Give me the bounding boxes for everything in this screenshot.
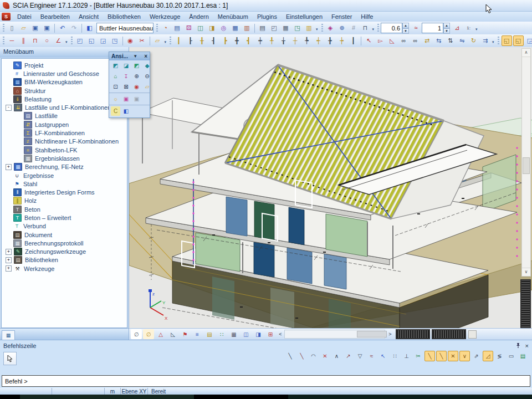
view-top-icon[interactable]: ◩ <box>132 61 141 70</box>
scia-logo-icon[interactable]: S <box>2 13 11 21</box>
label-axis-icon[interactable]: ╄ <box>301 35 312 46</box>
close-icon[interactable]: × <box>525 342 529 349</box>
toolbar-overflow-button[interactable]: ▾ <box>372 27 375 32</box>
window-layout-icon[interactable]: ◧ <box>84 23 95 33</box>
open-layer-icon[interactable]: ▱ <box>152 35 163 46</box>
command-input[interactable]: Befehl > <box>2 375 530 387</box>
rotate-icon[interactable]: ↻ <box>468 35 479 46</box>
cutout-icon[interactable]: ✂ <box>137 35 147 46</box>
snap-orthogonal-toggle-icon[interactable]: ∨ <box>459 351 470 361</box>
label-type-icon[interactable]: ╋ <box>232 35 242 46</box>
tree-item[interactable]: +▤Bibliotheken <box>2 256 127 264</box>
chevron-down-icon[interactable]: ▼ <box>153 23 154 33</box>
paste-special-icon[interactable]: ◰ <box>75 35 85 46</box>
toolbar-grip[interactable] <box>321 24 323 32</box>
snap-center-icon[interactable]: ◠ <box>308 351 319 361</box>
table-composer-icon[interactable]: ▦ <box>230 23 241 33</box>
toolbar-overflow-button[interactable]: ▾ <box>65 40 68 44</box>
expand-box-icon[interactable]: + <box>6 265 12 272</box>
paperspace-icon[interactable]: ▥ <box>242 23 252 33</box>
mirror-icon[interactable]: ⇋ <box>457 35 467 46</box>
print-preview-icon[interactable]: ◰ <box>269 23 279 33</box>
lock-window-icon[interactable]: ◱ <box>513 35 524 46</box>
float-toolbar-titlebar[interactable]: Ansi... ▼ × <box>109 52 150 60</box>
view-front-icon[interactable]: ◩ <box>111 61 120 70</box>
tree-item[interactable]: +⚒Werkzeuge <box>2 264 127 273</box>
open-project-icon[interactable]: ▱ <box>18 23 29 33</box>
snap-off-icon[interactable]: ✕ <box>320 351 330 361</box>
snap-perpendicular-icon[interactable]: ▽ <box>355 351 365 361</box>
vertical-rotation-bar[interactable] <box>520 279 531 330</box>
toolbar-grip[interactable] <box>170 37 171 45</box>
chevron-down-icon[interactable]: ▼ <box>131 54 139 59</box>
paste-icon[interactable]: ⇅ <box>445 35 456 46</box>
show-numbers-icon[interactable]: ▦ <box>228 329 239 339</box>
label-node-icon[interactable]: ┠ <box>185 35 196 46</box>
docked-panel-tab[interactable]: ▦ <box>2 330 15 340</box>
draw-angle-icon[interactable]: ∠ <box>53 35 64 46</box>
layers-icon[interactable]: ▤ <box>172 23 182 33</box>
tree-item[interactable]: ▤Dokument <box>2 231 127 239</box>
dot-grid-icon[interactable]: ∷ <box>390 351 400 361</box>
tree-item[interactable]: TVerbund <box>2 222 127 231</box>
redo-icon[interactable]: ↷ <box>69 23 79 33</box>
tree-item[interactable]: ≠Nichtlineare LF-Kombinationen <box>2 137 127 146</box>
search-filter-icon[interactable]: ∞ <box>410 35 421 46</box>
tree-item[interactable]: +▦Berechnung, FE-Netz <box>2 163 127 171</box>
cursor-mode-button[interactable] <box>3 352 17 365</box>
horizontal-rotation-bar-2[interactable] <box>432 329 466 339</box>
load-scale-stepper[interactable]: ▲▼ <box>402 23 409 33</box>
view-house-icon[interactable]: ⌂ <box>111 71 120 81</box>
view-side-icon[interactable]: ◪ <box>121 61 131 70</box>
tree-item[interactable]: +✎Zeichnungswerkzeuge <box>2 248 127 256</box>
toolbar-overflow-button[interactable]: ▾ <box>475 27 478 32</box>
view-settings-icon[interactable]: ◧ <box>121 106 131 116</box>
toolbar-overflow-button[interactable]: ▾ <box>492 40 494 44</box>
menu-item[interactable]: Plugins <box>253 12 282 21</box>
clipping-box-icon[interactable]: C <box>111 106 120 116</box>
label-all-icon[interactable]: ┃ <box>348 35 359 46</box>
view-axonometric-icon[interactable]: ◆ <box>142 61 152 70</box>
toolbar-overflow-button[interactable]: ▾ <box>316 27 318 32</box>
menu-item[interactable]: Hilfe <box>356 12 377 21</box>
label-profile-icon[interactable]: ┿ <box>255 35 265 46</box>
render-wireframe-icon[interactable]: ∅ <box>131 329 142 339</box>
show-axes-icon[interactable]: △ <box>155 329 166 339</box>
show-surfaces-icon[interactable]: ◺ <box>167 329 178 339</box>
draw-circle-icon[interactable]: ○ <box>42 35 52 46</box>
expand-box-icon[interactable]: + <box>6 249 12 255</box>
show-loads-icon[interactable]: ▤ <box>204 329 215 339</box>
save-icon[interactable]: ▣ <box>42 23 52 33</box>
tree-item[interactable]: ⇵Lastgruppen <box>2 120 127 129</box>
line-grid-icon[interactable]: ⊥ <box>401 351 412 361</box>
scroll-left-icon[interactable]: < <box>277 330 284 339</box>
calculator-icon[interactable]: ▦ <box>280 23 291 33</box>
status-unit[interactable]: m <box>105 388 121 395</box>
label-storey-icon[interactable]: ┾ <box>336 35 347 46</box>
move-icon[interactable]: ⇄ <box>422 35 432 46</box>
snap-intersections-toggle-icon[interactable]: ✕ <box>448 351 458 361</box>
array-icon[interactable]: ⇉ <box>480 35 490 46</box>
tree-item[interactable]: ▦Berechnungsprotokoll <box>2 239 127 247</box>
pin-icon[interactable] <box>515 342 521 349</box>
label-length-icon[interactable]: ┨ <box>208 35 219 46</box>
label-load-icon[interactable]: ╁ <box>278 35 289 46</box>
load-scale-icon[interactable]: ≈ <box>411 23 421 33</box>
show-layers-icon[interactable]: ◨ <box>253 329 264 339</box>
copy-window-icon[interactable]: ◱ <box>86 35 97 46</box>
snap-tangent-icon[interactable]: ↗ <box>343 351 354 361</box>
select-cursor-icon[interactable]: ▻ <box>375 35 386 46</box>
new-graphic-window-icon[interactable]: ◱ <box>502 35 512 46</box>
draw-parallel-icon[interactable]: ∥ <box>18 35 29 46</box>
snap-endpoints-toggle-icon[interactable]: ╲ <box>424 351 435 361</box>
horizontal-scrollbar[interactable] <box>284 330 385 339</box>
snap-arc-icon[interactable]: ≈ <box>366 351 377 361</box>
scroll-right-icon[interactable]: > <box>386 330 394 339</box>
draw-rectangle-icon[interactable]: ⊓ <box>30 35 40 46</box>
print-icon[interactable]: ▤ <box>257 23 268 33</box>
zoom-out-icon[interactable]: ⊖ <box>142 71 152 81</box>
toolbar-grip[interactable] <box>71 37 73 45</box>
label-material-icon[interactable]: ┫ <box>243 35 254 46</box>
toolbar-grip[interactable] <box>156 24 158 32</box>
expand-box-icon[interactable]: + <box>6 257 12 263</box>
